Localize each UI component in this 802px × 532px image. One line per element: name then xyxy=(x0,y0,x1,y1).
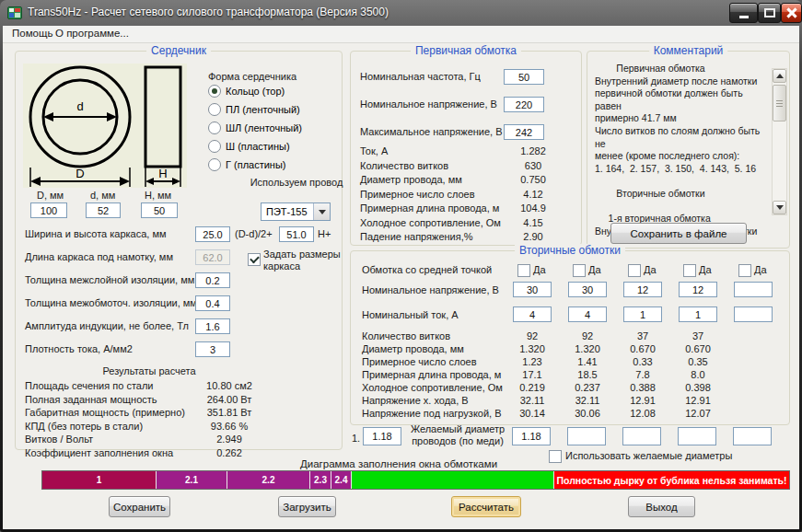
sec-current-input-3[interactable] xyxy=(623,306,662,322)
midpoint-checkbox-4-label: Да xyxy=(699,264,712,275)
secondary-groupbox: Вторичные обмотки Обмотка со средней точ… xyxy=(350,250,790,425)
sec-voltage-input-4[interactable] xyxy=(679,282,717,297)
fill-bar-segment: 1 xyxy=(42,471,156,489)
primary-groupbox: Первичная обмотка Номинальная частота, Г… xyxy=(350,51,582,246)
window-title: Trans50Hz - Расчет сетевого силового тра… xyxy=(28,6,389,18)
desired-diameter-label: Желаемый диаметр проводов (по меди) xyxy=(405,423,510,447)
desired-input-5[interactable] xyxy=(733,427,772,445)
fill-bar-segment: 2.1 xyxy=(156,471,227,489)
desired-input-2[interactable] xyxy=(567,427,606,445)
calculate-button[interactable]: Рассчитать xyxy=(451,496,521,517)
radio-ring-label: Кольцо (тор) xyxy=(226,86,285,97)
fill-bar-segment: Полностью дырку от бублика нельзя занима… xyxy=(553,471,789,489)
induction-input[interactable] xyxy=(195,318,230,334)
dim-H-label: H, мм xyxy=(145,190,171,201)
desired-input-1[interactable] xyxy=(512,427,551,445)
comment-scrollbar[interactable] xyxy=(772,68,787,215)
fill-bar-segment xyxy=(351,471,553,489)
midpoint-checkbox-3-label: Да xyxy=(644,264,657,275)
maximize-button[interactable] xyxy=(758,3,781,23)
max-voltage-input[interactable] xyxy=(504,124,544,140)
menu-about[interactable]: О программе... xyxy=(55,28,129,39)
midpoint-label: Обмотка со средней точкой xyxy=(362,264,492,275)
dim-H-input[interactable] xyxy=(141,202,178,218)
midpoint-checkbox-2[interactable] xyxy=(573,264,586,277)
winding-insulation-input[interactable] xyxy=(195,295,230,311)
radio-shl-label: ШЛ (ленточный) xyxy=(226,122,302,133)
diagram-H-label: H xyxy=(158,167,167,180)
menu-help[interactable]: Помощь xyxy=(12,28,52,39)
midpoint-checkbox-4[interactable] xyxy=(683,264,696,277)
desired-input-3[interactable] xyxy=(622,427,661,445)
radio-pl[interactable]: ПЛ (ленточный) xyxy=(208,103,300,116)
scroll-up-button[interactable] xyxy=(773,69,786,83)
width-formula-label: (D-d)/2+ xyxy=(235,228,273,239)
desired-first-input[interactable] xyxy=(363,427,401,445)
minimize-button[interactable] xyxy=(729,3,758,23)
load-button[interactable]: Загрузить xyxy=(278,496,336,517)
radio-g[interactable]: Г (пластины) xyxy=(208,158,286,171)
frame-length-label: Длина каркаса под намотку, мм xyxy=(25,251,173,262)
radio-ring[interactable]: Кольцо (тор) xyxy=(208,85,285,98)
comment-groupbox: Комментарий Первичная обмотка Внутренний… xyxy=(587,51,790,249)
fill-bar-segment: 2.3 xyxy=(309,471,331,489)
primary-groupbox-title: Первичная обмотка xyxy=(411,44,521,57)
midpoint-checkbox-3[interactable] xyxy=(628,264,641,277)
dim-d-label: d, мм xyxy=(90,190,115,201)
radio-sh[interactable]: Ш (пластины) xyxy=(208,140,290,153)
results-values: 10.80 см2264.00 Вт 351.81 Вт93.66 % 2.94… xyxy=(185,379,273,459)
title-bar[interactable]: Trans50Hz - Расчет сетевого силового тра… xyxy=(0,0,802,26)
dim-D-input[interactable] xyxy=(30,202,67,218)
nominal-voltage-input[interactable] xyxy=(504,97,544,112)
current-density-input[interactable] xyxy=(195,341,230,357)
sec-current-input-4[interactable] xyxy=(679,306,717,322)
set-frame-size-checkbox[interactable] xyxy=(248,253,261,266)
layer-insulation-label: Толщина межслойной изоляции, мм xyxy=(25,274,194,285)
sec-current-input-5[interactable] xyxy=(734,306,773,322)
set-frame-size-label: Задать размеры каркаса xyxy=(263,249,341,272)
save-to-file-button[interactable]: Сохранить в файле xyxy=(610,223,747,244)
wire-combobox[interactable]: ПЭТ-155 xyxy=(261,202,331,221)
height-input[interactable] xyxy=(279,226,314,242)
exit-button[interactable]: Выход xyxy=(628,496,695,517)
wire-combobox-drop[interactable] xyxy=(313,203,330,220)
shape-group-label: Форма сердечника xyxy=(208,71,296,82)
dim-d-input[interactable] xyxy=(86,202,121,218)
fill-bar-segment: 2.2 xyxy=(227,471,309,489)
comment-text[interactable]: Первичная обмотка Внутренний диаметр пос… xyxy=(595,63,772,237)
save-button[interactable]: Сохранить xyxy=(109,496,170,517)
midpoint-checkbox-2-label: Да xyxy=(588,264,601,275)
layer-insulation-input[interactable] xyxy=(195,272,230,288)
radio-shl-dot xyxy=(208,121,221,134)
sec-current-input-1[interactable] xyxy=(513,306,552,322)
sec-voltage-input-3[interactable] xyxy=(623,282,662,297)
results-title: Результаты расчета xyxy=(25,365,273,376)
sec-current-input-2[interactable] xyxy=(568,306,607,322)
radio-pl-label: ПЛ (ленточный) xyxy=(226,104,300,115)
midpoint-checkbox-5[interactable] xyxy=(738,264,751,277)
sec-stat-col-4: 370.670 0.358.0 0.39812.91 12.07 xyxy=(670,330,726,420)
desired-input-4[interactable] xyxy=(678,427,716,445)
frequency-input[interactable] xyxy=(504,69,544,85)
diagram-d-label: d xyxy=(76,99,83,113)
fill-diagram-label: Диаграмма заполнения окна обмотками xyxy=(3,458,795,469)
sec-voltage-input-5[interactable] xyxy=(734,282,773,297)
width-input[interactable] xyxy=(195,226,230,242)
sec-voltage-input-2[interactable] xyxy=(568,282,607,297)
scroll-down-button[interactable] xyxy=(773,201,786,214)
winding-insulation-label: Толщина межобмоточ. изоляции, мм xyxy=(25,297,197,308)
scrollbar-thumb[interactable] xyxy=(773,85,786,121)
sec-voltage-input-1[interactable] xyxy=(513,282,552,297)
nominal-voltage-label: Номинальное напряжение, В xyxy=(360,98,497,110)
midpoint-checkbox-5-label: Да xyxy=(754,264,767,275)
sec-stat-col-1: 921.320 1.2317.1 0.21932.11 30.14 xyxy=(505,330,560,420)
sec-stat-col-2: 921.320 1.4118.5 0.23732.11 30.06 xyxy=(560,330,615,420)
sec-voltage-label: Номинальное напряжение, В xyxy=(362,284,499,295)
desired-index-label: 1. xyxy=(352,433,360,444)
radio-shl[interactable]: ШЛ (ленточный) xyxy=(208,121,302,134)
sec-stat-col-3: 370.670 0.337.8 0.38812.91 12.08 xyxy=(615,330,670,420)
close-button[interactable] xyxy=(781,3,802,23)
midpoint-checkbox-1[interactable] xyxy=(517,264,530,277)
wire-combobox-value: ПЭТ-155 xyxy=(262,206,313,217)
secondary-groupbox-title: Вторичные обмотки xyxy=(515,244,625,257)
